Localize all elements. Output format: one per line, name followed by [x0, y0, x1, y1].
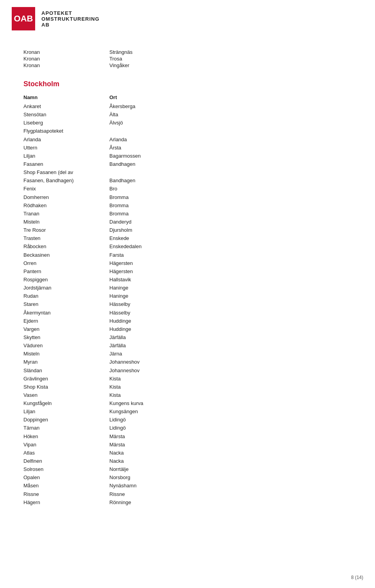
table-row: PanternHägersten [23, 268, 352, 275]
table-row: LisebergÄlvsjö [23, 119, 352, 127]
row-ort: Norrtälje [109, 465, 129, 473]
table-row: Shop KistaKista [23, 383, 352, 391]
row-name: Opalen [23, 474, 109, 481]
row-name: Shop Fasanen (del av [23, 169, 109, 176]
row-ort: Huddinge [109, 325, 131, 333]
row-ort: Johanneshov [109, 358, 139, 366]
table-row: VargenHuddinge [23, 325, 352, 333]
row-name: Väduren [23, 342, 109, 350]
row-ort: Nacka [109, 457, 124, 465]
logo-line3: AB [41, 22, 100, 28]
table-row: RudanHaninge [23, 292, 352, 300]
row-ort: Norsborg [109, 474, 130, 481]
row-name: Shop Kista [23, 383, 109, 391]
table-row: VädurenJärfälla [23, 342, 352, 350]
row-ort: Kista [109, 375, 121, 383]
row-name: Misteln [23, 218, 109, 226]
row-ort: Märsta [109, 433, 125, 441]
row-name: Liseberg [23, 119, 109, 127]
table-row: Flygplatsapoteket [23, 127, 352, 135]
table-row: VipanMärsta [23, 441, 352, 449]
row-ort: Enskededalen [109, 243, 141, 250]
row-name: Vasen [23, 391, 109, 399]
row-name: Rödhaken [23, 202, 109, 210]
table-row: JordstjärnanHaninge [23, 284, 352, 292]
table-row: AnkaretÅkersberga [23, 103, 352, 110]
row-ort: Hägersten [109, 259, 133, 267]
row-ort: Åkersberga [109, 103, 135, 110]
row-ort: Bandhagen [109, 160, 136, 168]
row-ort: Bromma [109, 194, 129, 201]
row-ort: Lidingö [109, 424, 126, 432]
table-row: DomherrenBromma [23, 194, 352, 201]
row-name: Staren [23, 300, 109, 308]
table-row: FenixBro [23, 185, 352, 193]
row-name: Rissne [23, 490, 109, 498]
row-ort: Hägersten [109, 268, 133, 275]
row-name: Liljan [23, 408, 109, 416]
table-row: GrävlingenKista [23, 375, 352, 383]
intro-row: KronanTrosa [23, 56, 352, 62]
table-row: DoppingenLidingö [23, 416, 352, 424]
row-name: Pantern [23, 268, 109, 275]
table-row: OpalenNorsborg [23, 474, 352, 481]
table-row: HägernRönninge [23, 499, 352, 506]
table-row: BeckasinenFarsta [23, 251, 352, 259]
table-row: TärnanLidingö [23, 424, 352, 432]
row-ort: Nacka [109, 449, 124, 457]
row-name: Vipan [23, 441, 109, 449]
intro-row-name: Kronan [23, 56, 109, 62]
header-ort: Ort [109, 94, 117, 100]
row-ort: Bandhagen [109, 177, 136, 185]
section-title: Stockholm [23, 80, 352, 88]
row-name: Flygplatsapoteket [23, 127, 109, 135]
table-row: TrananBromma [23, 210, 352, 218]
row-name: Orren [23, 259, 109, 267]
row-name: Ejdern [23, 317, 109, 325]
row-ort: Hässelby [109, 300, 130, 308]
row-ort: Årsta [109, 144, 121, 152]
row-name: Fenix [23, 185, 109, 193]
row-name: Stensötan [23, 111, 109, 119]
row-name: Skytten [23, 334, 109, 341]
table-row: EjdernHuddinge [23, 317, 352, 325]
row-ort: Hässelby [109, 309, 130, 317]
table-row: SländanJohanneshov [23, 367, 352, 375]
row-name: Vargen [23, 325, 109, 333]
table-header: Namn Ort [23, 94, 352, 100]
table-row: SolrosenNorrtälje [23, 465, 352, 473]
row-ort: Bromma [109, 210, 129, 218]
logo-line1: APOTEKET [41, 10, 100, 16]
table-row: SkyttenJärfälla [23, 334, 352, 341]
table-row: Tre RosorDjursholm [23, 226, 352, 234]
table-row: OrrenHägersten [23, 259, 352, 267]
header-namn: Namn [23, 94, 109, 100]
logo-text: APOTEKET OMSTRUKTURERING AB [41, 10, 100, 28]
intro-row: KronanVingåker [23, 62, 352, 68]
intro-row-ort: Vingåker [109, 62, 129, 68]
intro-row-ort: Trosa [109, 56, 122, 62]
row-name: Sländan [23, 367, 109, 375]
row-ort: Kista [109, 383, 121, 391]
logo-abbr: OAB [14, 14, 33, 24]
row-name: Liljan [23, 152, 109, 160]
table-row: ÅkermyntanHässelby [23, 309, 352, 317]
row-ort: Arlanda [109, 136, 127, 144]
table-row: LiljanBagarmossen [23, 152, 352, 160]
row-name: Misteln [23, 350, 109, 358]
row-name: Domherren [23, 194, 109, 201]
table-row: DelfinenNacka [23, 457, 352, 465]
row-ort: Järna [109, 350, 122, 358]
row-name: Trasten [23, 234, 109, 242]
row-ort: Älvsjö [109, 119, 123, 127]
table-row: KungsfågelnKungens kurva [23, 400, 352, 407]
row-ort: Farsta [109, 251, 124, 259]
row-ort: Lidingö [109, 416, 126, 424]
row-ort: Haninge [109, 292, 128, 300]
row-ort: Haninge [109, 284, 128, 292]
table-row: Shop Fasanen (del av [23, 169, 352, 176]
table-row: LiljanKungsängen [23, 408, 352, 416]
row-name: Höken [23, 433, 109, 441]
row-name: Arlanda [23, 136, 109, 144]
logo-line2: OMSTRUKTURERING [41, 16, 100, 22]
